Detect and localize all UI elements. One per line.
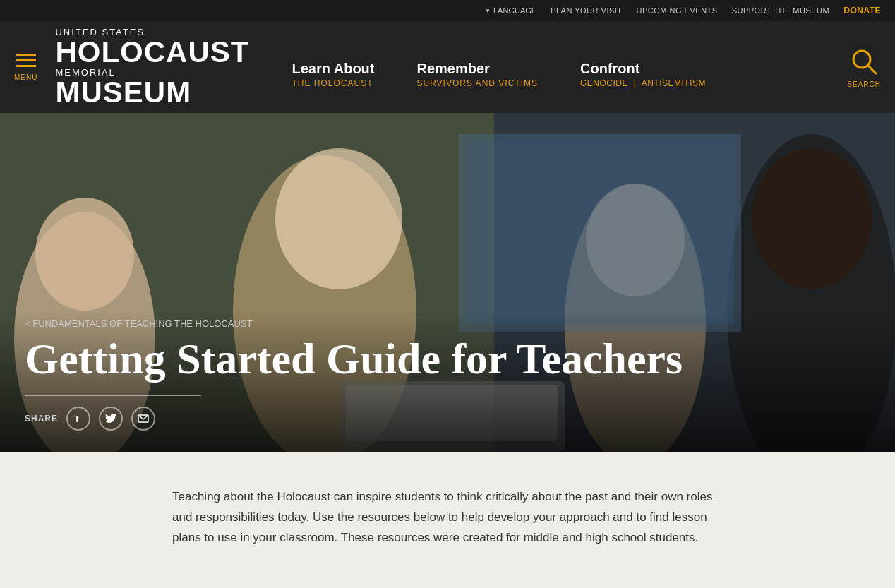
twitter-share-button[interactable] (99, 407, 123, 431)
twitter-icon (105, 414, 116, 424)
plan-visit-link[interactable]: PLAN YOUR VISIT (551, 6, 622, 15)
share-label: SHARE (25, 414, 58, 424)
utility-bar: LANGUAGE PLAN YOUR VISIT UPCOMING EVENTS… (0, 0, 895, 21)
support-museum-link[interactable]: SUPPORT THE MUSEUM (732, 6, 830, 15)
nav-confront-label: Confront (580, 60, 706, 77)
svg-rect-16 (466, 141, 734, 325)
donate-button[interactable]: DONATE (843, 6, 881, 16)
email-icon (138, 414, 149, 423)
svg-point-12 (752, 148, 872, 289)
main-navigation: MENU UNITED STATES HOLOCAUST MEMORIAL MU… (0, 21, 895, 113)
nav-learn-about[interactable]: Learn About THE HOLOCAUST (292, 60, 374, 88)
nav-remember-sub: SURVIVORS AND VICTIMS (416, 78, 537, 88)
language-button[interactable]: LANGUAGE (485, 6, 536, 15)
logo-line2: HOLOCAUST (55, 37, 249, 67)
search-label: SEARCH (847, 80, 881, 88)
menu-button[interactable]: MENU (14, 54, 37, 81)
menu-label: MENU (14, 73, 37, 81)
nav-items: Learn About THE HOLOCAUST Remember SURVI… (292, 46, 847, 88)
nav-remember-label: Remember (416, 60, 537, 77)
facebook-share-button[interactable]: f (66, 407, 90, 431)
content-area: Teaching about the Holocaust can inspire… (0, 452, 895, 584)
menu-bar-3 (16, 65, 36, 67)
search-icon (849, 47, 879, 76)
nav-confront-sub: GENOCIDE | ANTISEMITISM (580, 78, 706, 88)
language-label: LANGUAGE (493, 6, 536, 15)
hero-section: < FUNDAMENTALS OF TEACHING THE HOLOCAUST… (0, 113, 895, 452)
svg-point-8 (275, 148, 402, 289)
menu-bar-1 (16, 54, 36, 56)
svg-text:f: f (76, 414, 79, 424)
nav-divider: | (634, 78, 637, 88)
nav-confront-genocide: GENOCIDE (580, 78, 628, 88)
hero-content: < FUNDAMENTALS OF TEACHING THE HOLOCAUST… (25, 318, 870, 431)
nav-confront-antisemitism: ANTISEMITISM (642, 78, 706, 88)
svg-line-1 (868, 66, 876, 73)
facebook-icon: f (73, 414, 83, 424)
hero-divider (25, 395, 201, 396)
email-share-button[interactable] (131, 407, 155, 431)
nav-remember[interactable]: Remember SURVIVORS AND VICTIMS (416, 60, 537, 88)
nav-confront[interactable]: Confront GENOCIDE | ANTISEMITISM (580, 60, 706, 88)
svg-point-6 (35, 198, 134, 311)
content-inner: Teaching about the Holocaust can inspire… (144, 487, 751, 548)
logo-line4: MUSEUM (55, 78, 249, 107)
site-logo[interactable]: UNITED STATES HOLOCAUST MEMORIAL MUSEUM (55, 27, 249, 107)
share-row: SHARE f (25, 407, 870, 431)
search-button[interactable]: SEARCH (847, 47, 881, 88)
hero-title: Getting Started Guide for Teachers (25, 336, 870, 382)
breadcrumb[interactable]: < FUNDAMENTALS OF TEACHING THE HOLOCAUST (25, 318, 870, 329)
menu-bar-2 (16, 59, 36, 61)
nav-learn-about-label: Learn About (292, 60, 374, 77)
nav-learn-about-sub: THE HOLOCAUST (292, 78, 374, 88)
upcoming-events-link[interactable]: UPCOMING EVENTS (637, 6, 718, 15)
intro-paragraph: Teaching about the Holocaust can inspire… (172, 487, 723, 548)
